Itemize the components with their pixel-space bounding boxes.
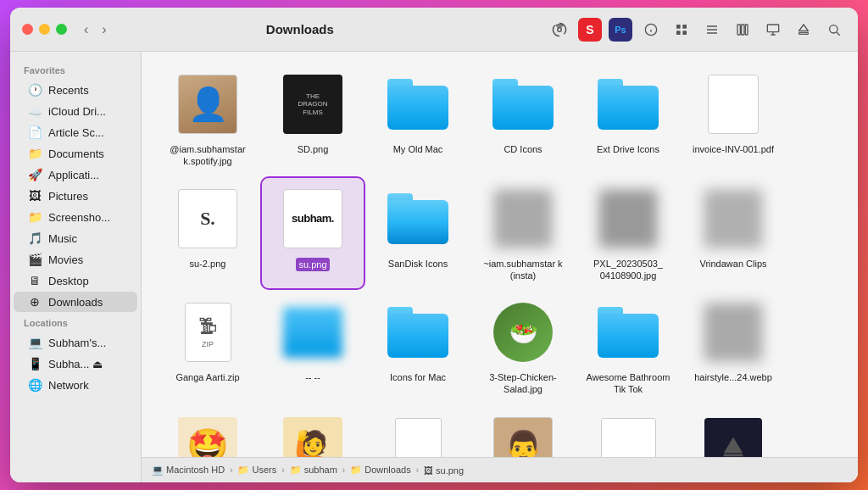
file-item-sd-png[interactable]: THEDRAGONFILMS SD.png [262,64,364,175]
sidebar-item-icloud[interactable]: ☁️ iCloud Dri... [14,101,137,121]
chicken-salad-icon: 🥗 [489,298,557,366]
bathroom-tiktok-folder-icon [594,298,662,366]
sidebar-item-recents-label: Recents [48,84,89,97]
file-name-cd-icons: CD Icons [504,143,542,155]
file-item-insta[interactable]: ~iam.subhamstar k (insta) [472,178,574,289]
sidebar-item-movies[interactable]: 🎬 Movies [14,249,137,270]
eject-icon[interactable] [792,18,815,42]
sidebar: Favorites 🕐 Recents ☁️ iCloud Dri... 📄 A… [10,52,142,482]
sidebar-item-screenshots-label: Screensho... [48,211,110,224]
file-item-pxl[interactable]: PXL_20230503_ 04108900.jpg [577,178,679,289]
breadcrumb-subham: 📁 subham [290,465,337,476]
list-view-icon[interactable] [700,18,724,42]
file-item-invoice-pdf[interactable]: invoice-INV-001.pdf [682,64,784,175]
doc-file-icon [395,418,442,457]
file-item-chicken-salad[interactable]: 🥗 3-Step-Chicken-Salad.jpg [472,292,574,403]
row4-2-icon [384,413,452,457]
sandisk-folder-icon [384,185,452,253]
file-item-bathroom-tiktok[interactable]: Awesome Bathroom Tik Tok [577,292,679,403]
file-item-spotify-jpg[interactable]: 👤 @iam.subhamstar k.spotify.jpg [157,64,259,175]
downloads-icon: ⊕ [27,295,42,309]
sidebar-item-article[interactable]: 📄 Article Sc... [14,122,137,142]
file-item-vrindawan[interactable]: Vrindawan Clips [682,178,784,289]
insta-icon [489,185,557,253]
file-item-row4-5[interactable] [682,406,784,457]
subham-folder-icon: 📁 [290,465,302,475]
gallery-view-icon[interactable] [761,18,785,42]
search-icon[interactable] [822,18,846,42]
file-item-row4-2[interactable] [367,406,469,457]
spotify-icon[interactable]: S [578,18,602,42]
file-item-ganga-zip[interactable]: 🗜 ZIP Ganga Aarti.zip [157,292,259,403]
photoshop-icon[interactable]: Ps [609,18,632,42]
row4-4-icon [594,413,662,457]
sidebar-item-macbook[interactable]: 💻 Subham's... [14,332,137,353]
file-item-row4-1[interactable]: 🙋 [262,406,364,457]
sidebar-item-screenshots[interactable]: 📁 Screensho... [14,207,137,227]
sidebar-item-network[interactable]: 🌐 Network [14,375,137,395]
statusbar: 💻 Macintosh HD › 📁 Users › 📁 subham › 📁 … [142,457,858,482]
file-item-sandisk[interactable]: SanDisk Icons [367,178,469,289]
network-icon: 🌐 [27,378,42,392]
file-name-chicken-salad: 3-Step-Chicken-Salad.jpg [476,371,570,396]
svg-rect-12 [742,25,744,35]
sidebar-item-music-label: Music [48,232,77,245]
file-item-su-png[interactable]: subham. su.png [262,178,364,289]
close-button[interactable] [22,24,33,35]
airdrop-icon[interactable] [548,18,571,42]
file-item-cd-icons[interactable]: CD Icons [472,64,574,175]
sidebar-item-icloud-label: iCloud Dri... [48,105,106,118]
file-item-blurred-folder[interactable]: -- -- [262,292,364,403]
sidebar-item-desktop[interactable]: 🖥 Desktop [14,270,137,291]
dragon-films-thumb: THEDRAGONFILMS [283,75,342,134]
iphone-icon: 📱 [27,357,42,370]
file-grid: 👤 @iam.subhamstar k.spotify.jpg THEDRAGO… [142,52,858,457]
sidebar-item-iphone[interactable]: 📱 Subha... ⏏ [14,354,137,374]
blurred-folder-icon [279,298,347,366]
file-name-old-mac: My Old Mac [393,143,443,155]
users-folder-icon: 📁 [237,465,249,475]
main-area: Favorites 🕐 Recents ☁️ iCloud Dri... 📄 A… [10,52,858,482]
window-title: Downloads [53,22,548,36]
hairstyle-icon [699,298,767,366]
pdf-file-icon [708,75,759,134]
old-mac-folder-icon [384,70,452,138]
ext-drive-folder-icon [594,70,662,138]
file-item-sticker[interactable]: 🤩 ceca66f2d08f3 066399...-sticker [157,406,259,457]
svg-rect-22 [724,454,743,457]
sidebar-item-downloads[interactable]: ⊕ Downloads [14,292,137,312]
sidebar-item-applications-label: Applicati... [48,169,99,181]
sidebar-item-music[interactable]: 🎵 Music [14,228,137,248]
breadcrumb-sep-1: › [230,465,232,475]
svg-rect-6 [676,31,681,35]
sidebar-item-pictures[interactable]: 🖼 Pictures [14,186,137,206]
documents-icon: 📁 [27,147,42,160]
sidebar-item-documents[interactable]: 📁 Documents [14,143,137,164]
finder-window: ‹ › Downloads S Ps [10,8,858,482]
file-name-hairstyle: hairstyle...24.webp [694,371,772,383]
column-view-icon[interactable] [731,18,754,42]
grid-view-icon[interactable] [670,18,693,42]
file-item-row4-4[interactable] [577,406,679,457]
sidebar-item-applications[interactable]: 🚀 Applicati... [14,164,137,185]
info-icon[interactable] [639,18,663,42]
breadcrumb-macintosh: 💻 Macintosh HD [152,465,225,476]
sidebar-item-movies-label: Movies [48,253,83,266]
file-item-icons-mac[interactable]: Icons for Mac [367,292,469,403]
breadcrumb-sep-3: › [342,465,345,475]
sidebar-item-recents[interactable]: 🕐 Recents [14,80,137,100]
svg-rect-14 [767,25,778,32]
svg-rect-11 [737,25,740,35]
row4-1-icon: 🙋 [279,413,347,457]
file-item-su2-png[interactable]: S. su-2.png [157,178,259,289]
macintosh-icon: 💻 [152,465,164,475]
file-item-old-mac[interactable]: My Old Mac [367,64,469,175]
food-icon: 🥗 [493,303,553,362]
file-item-hairstyle[interactable]: hairstyle...24.webp [682,292,784,403]
minimize-button[interactable] [39,24,50,35]
file-item-ext-drive[interactable]: Ext Drive Icons [577,64,679,175]
svg-marker-21 [724,437,743,454]
sidebar-item-downloads-label: Downloads [48,296,103,309]
music-icon: 🎵 [27,231,42,245]
file-item-row4-3[interactable]: 👨 [472,406,574,457]
